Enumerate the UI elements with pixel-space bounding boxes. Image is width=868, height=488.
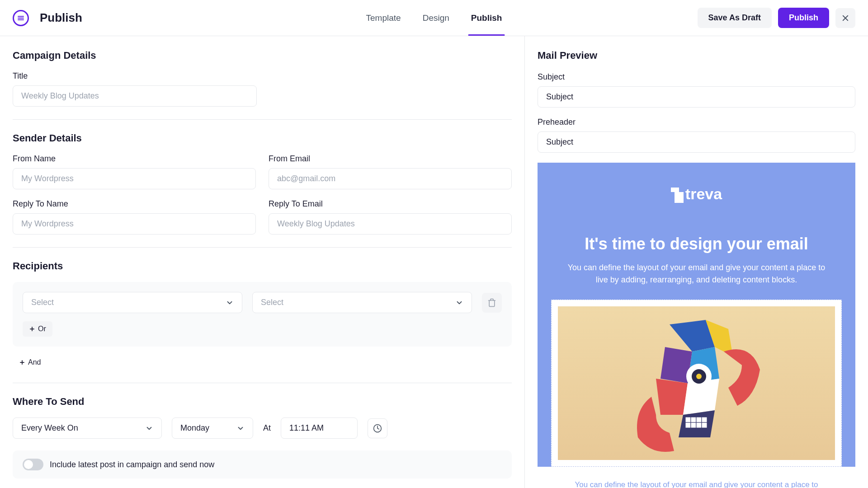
email-hero-image	[558, 306, 835, 460]
title-label: Title	[13, 71, 257, 81]
frequency-value: Every Week On	[21, 423, 78, 433]
close-icon	[841, 14, 849, 22]
clock-icon	[373, 424, 382, 433]
email-headline: It's time to design your email	[556, 235, 837, 253]
campaign-section-title: Campaign Details	[13, 50, 512, 61]
email-preview-hero: treva It's time to design your email You…	[538, 163, 855, 467]
svg-rect-20	[685, 417, 691, 422]
sender-section-title: Sender Details	[13, 132, 512, 144]
email-logo-text: treva	[685, 185, 722, 203]
schedule-section: Where To Send Every Week On Monday At	[13, 396, 512, 488]
from-name-input[interactable]	[13, 168, 256, 189]
recipients-select-1[interactable]: Select	[23, 292, 242, 313]
frequency-select[interactable]: Every Week On	[13, 418, 162, 439]
header-left: Publish	[13, 10, 82, 26]
svg-rect-21	[691, 417, 696, 422]
title-input[interactable]	[13, 85, 257, 107]
from-email-label: From Email	[269, 154, 512, 164]
app-header: Publish Template Design Publish Save As …	[0, 0, 868, 36]
left-panel: Campaign Details Title Sender Details Fr…	[0, 36, 524, 488]
campaign-section: Campaign Details Title	[13, 50, 512, 120]
add-and-button[interactable]: And	[13, 355, 47, 370]
email-preview-footer: You can define the layout of your email …	[538, 467, 855, 488]
email-logo: treva	[556, 185, 837, 203]
plus-icon	[29, 326, 35, 332]
from-email-input[interactable]	[269, 168, 512, 189]
save-draft-button[interactable]: Save As Draft	[698, 8, 772, 28]
preheader-label: Preheader	[538, 117, 855, 127]
page-title: Publish	[40, 11, 82, 25]
day-select[interactable]: Monday	[172, 418, 253, 439]
reply-email-input[interactable]	[269, 213, 512, 235]
svg-rect-23	[702, 417, 707, 422]
select-placeholder: Select	[31, 298, 54, 307]
close-button[interactable]	[835, 8, 855, 28]
include-post-label: Include latest post in campaign and send…	[50, 460, 214, 469]
chevron-down-icon	[455, 299, 463, 307]
include-post-toggle[interactable]	[23, 459, 43, 470]
tab-template[interactable]: Template	[363, 0, 404, 36]
schedule-section-title: Where To Send	[13, 396, 512, 408]
menu-icon	[17, 14, 25, 22]
tab-publish[interactable]: Publish	[468, 0, 505, 36]
add-or-button[interactable]: Or	[23, 321, 52, 337]
delete-recipient-button[interactable]	[482, 293, 502, 313]
trash-icon	[487, 298, 496, 307]
header-tabs: Template Design Publish	[363, 0, 505, 36]
and-label: And	[28, 358, 41, 366]
day-value: Monday	[180, 423, 209, 433]
svg-rect-27	[702, 422, 707, 428]
time-input[interactable]	[281, 418, 358, 439]
subject-input[interactable]	[538, 86, 855, 108]
or-label: Or	[38, 325, 46, 333]
email-image-frame	[551, 300, 842, 467]
plus-icon	[19, 359, 25, 366]
svg-rect-26	[696, 422, 702, 428]
email-footer-text: You can define the layout of your email …	[556, 480, 837, 488]
chevron-down-icon	[236, 424, 245, 432]
reply-name-input[interactable]	[13, 213, 256, 235]
recipients-select-2[interactable]: Select	[252, 292, 472, 313]
reply-name-label: Reply To Name	[13, 199, 256, 209]
recipients-box: Select Select Or	[13, 282, 512, 347]
from-name-label: From Name	[13, 154, 256, 164]
include-post-row: Include latest post in campaign and send…	[13, 450, 512, 479]
tab-design[interactable]: Design	[420, 0, 452, 36]
email-logo-mark-icon	[671, 188, 684, 203]
recipients-section: Recipients Select Select	[13, 260, 512, 383]
svg-rect-24	[685, 422, 691, 428]
preheader-input[interactable]	[538, 131, 855, 153]
reply-email-label: Reply To Email	[269, 199, 512, 209]
svg-point-19	[696, 374, 702, 379]
email-subtext: You can define the layout of your email …	[561, 262, 832, 286]
svg-marker-14	[656, 379, 688, 415]
time-picker-button[interactable]	[368, 418, 387, 438]
chevron-down-icon	[226, 299, 234, 307]
publish-button[interactable]: Publish	[778, 8, 829, 28]
abstract-face-art-icon	[624, 306, 769, 460]
preview-title: Mail Preview	[538, 50, 855, 61]
chevron-down-icon	[145, 424, 153, 432]
main: Campaign Details Title Sender Details Fr…	[0, 36, 868, 488]
at-label: At	[263, 423, 271, 433]
svg-rect-22	[696, 417, 702, 422]
svg-rect-25	[691, 422, 696, 428]
select-placeholder: Select	[261, 298, 283, 307]
recipients-section-title: Recipients	[13, 260, 512, 272]
right-panel: Mail Preview Subject Preheader treva It'…	[524, 36, 868, 488]
sender-section: Sender Details From Name From Email Repl…	[13, 132, 512, 248]
app-logo[interactable]	[13, 10, 29, 26]
subject-label: Subject	[538, 72, 855, 82]
header-actions: Save As Draft Publish	[698, 8, 855, 28]
